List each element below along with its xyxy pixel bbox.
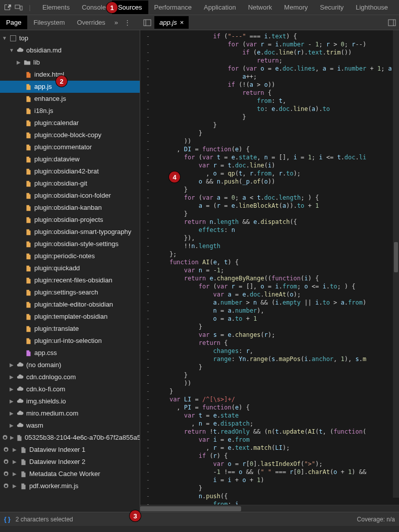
bottom-scrollbar[interactable] bbox=[0, 526, 399, 532]
chevron-right-icon: ▶ bbox=[9, 372, 14, 382]
domain-item[interactable]: ▶miro.medium.com bbox=[0, 407, 140, 420]
top-tab-network[interactable]: Network bbox=[242, 1, 278, 14]
scrollbar-thumb[interactable] bbox=[394, 242, 398, 272]
file-icon bbox=[24, 192, 32, 200]
gear-icon bbox=[2, 434, 8, 442]
worker-item[interactable]: ▶pdf.worker.min.js bbox=[0, 480, 140, 492]
more-tabs-icon[interactable]: » bbox=[111, 17, 121, 28]
tree-domain[interactable]: ▼ obsidian.md bbox=[0, 44, 140, 56]
file-item[interactable]: plugin:table-editor-obsidian bbox=[0, 299, 140, 311]
sub-tab-overrides[interactable]: Overrides bbox=[71, 16, 111, 29]
worker-item[interactable]: ▶Dataview Indexer 1 bbox=[0, 444, 140, 456]
file-label: plugin:recent-files-obsidian bbox=[34, 275, 112, 285]
file-icon bbox=[24, 131, 32, 139]
pretty-print-icon[interactable]: { } bbox=[4, 516, 11, 523]
file-item[interactable]: plugin:dataview bbox=[0, 153, 140, 165]
tree-folder[interactable]: ▶ lib bbox=[0, 56, 140, 69]
worker-item[interactable]: ▶05325b38-2104-4e6c-a70b-67f2a855a5 bbox=[0, 432, 140, 444]
divider: | bbox=[25, 3, 34, 12]
file-icon bbox=[24, 252, 32, 260]
file-label: plugin:code-block-copy bbox=[34, 130, 101, 140]
domain-item[interactable]: ▶(no domain) bbox=[0, 359, 140, 371]
file-icon bbox=[24, 301, 32, 309]
top-tab-elements[interactable]: Elements bbox=[36, 1, 76, 14]
chevron-right-icon: ▶ bbox=[9, 384, 14, 394]
cloud-icon bbox=[16, 373, 24, 381]
file-label: plugin:periodic-notes bbox=[34, 251, 95, 261]
file-item[interactable]: plugin:settings-search bbox=[0, 286, 140, 299]
worker-item[interactable]: ▶Dataview Indexer 2 bbox=[0, 456, 140, 468]
horizontal-scrollbar[interactable] bbox=[140, 505, 399, 512]
file-item[interactable]: plugin:quickadd bbox=[0, 262, 140, 274]
debugger-toggle-icon[interactable] bbox=[385, 17, 399, 29]
domain-item[interactable]: ▶cdn.cdnlogo.com bbox=[0, 371, 140, 383]
file-label: plugin:settings-search bbox=[34, 287, 98, 298]
inspect-element-icon[interactable] bbox=[3, 3, 12, 12]
domain-item[interactable]: ▶cdn.ko-fi.com bbox=[0, 383, 140, 395]
top-tab-lighthouse[interactable]: Lighthouse bbox=[350, 1, 394, 14]
file-item[interactable]: app.js bbox=[0, 81, 140, 93]
close-tab-icon[interactable]: × bbox=[180, 19, 184, 26]
domain-item[interactable]: ▶img.shields.io bbox=[0, 395, 140, 407]
file-item[interactable]: index.html bbox=[0, 69, 140, 81]
file-item[interactable]: plugin:obsidian-icon-folder bbox=[0, 190, 140, 202]
file-label: plugin:url-into-selection bbox=[34, 336, 102, 346]
device-toolbar-icon[interactable] bbox=[14, 3, 23, 12]
sources-sub-toolbar: PageFilesystemOverrides » ⋮ app.js × bbox=[0, 15, 399, 30]
annotation-marker-2: 2 bbox=[56, 76, 67, 87]
top-tab-security[interactable]: Security bbox=[314, 1, 350, 14]
file-item[interactable]: enhance.js bbox=[0, 93, 140, 105]
sub-tab-page[interactable]: Page bbox=[0, 16, 27, 29]
top-tab-memory[interactable]: Memory bbox=[278, 1, 314, 14]
top-tab-performance[interactable]: Performance bbox=[148, 1, 198, 14]
file-icon bbox=[24, 143, 32, 151]
file-item[interactable]: plugin:obsidian-kanban bbox=[0, 202, 140, 214]
cloud-icon bbox=[16, 385, 24, 393]
file-icon bbox=[24, 228, 32, 236]
worker-item[interactable]: ▶Metadata Cache Worker bbox=[0, 468, 140, 480]
top-tab-application[interactable]: Application bbox=[198, 1, 242, 14]
file-label: plugin:table-editor-obsidian bbox=[34, 300, 113, 310]
sub-tab-filesystem[interactable]: Filesystem bbox=[27, 16, 71, 29]
svg-rect-2 bbox=[144, 20, 151, 26]
annotation-marker-1: 1 bbox=[106, 2, 118, 13]
file-item[interactable]: plugin:url-into-selection bbox=[0, 335, 140, 347]
svg-rect-0 bbox=[15, 5, 20, 9]
file-navigator[interactable]: ▼ top ▼ obsidian.md ▶ lib index.htmlapp.… bbox=[0, 30, 140, 512]
file-item[interactable]: plugin:calendar bbox=[0, 117, 140, 129]
svg-rect-4 bbox=[388, 20, 395, 26]
file-item[interactable]: app.css bbox=[0, 347, 140, 359]
kebab-menu-icon[interactable]: ⋮ bbox=[121, 17, 134, 28]
file-icon bbox=[24, 204, 32, 212]
gear-icon bbox=[2, 470, 10, 478]
scrollbar-thumb[interactable] bbox=[140, 506, 241, 511]
file-item[interactable]: plugin:translate bbox=[0, 323, 140, 335]
open-file-tab[interactable]: app.js × bbox=[154, 16, 189, 29]
file-item[interactable]: plugin:obsidian-style-settings bbox=[0, 238, 140, 250]
file-label: plugin:quickadd bbox=[34, 263, 80, 273]
file-item[interactable]: i18n.js bbox=[0, 105, 140, 117]
worker-label: 05325b38-2104-4e6c-a70b-67f2a855a5 bbox=[25, 433, 140, 443]
file-item[interactable]: plugin:templater-obsidian bbox=[0, 311, 140, 323]
file-item[interactable]: plugin:obsidian-smart-typography bbox=[0, 226, 140, 238]
worker-label: pdf.worker.min.js bbox=[29, 481, 79, 491]
code-content[interactable]: if ("---" === i.text) { for (var r = i.n… bbox=[153, 30, 399, 505]
file-label: plugin:obsidian42-brat bbox=[34, 166, 99, 176]
navigator-toggle-icon[interactable] bbox=[140, 17, 154, 29]
file-item[interactable]: plugin:obsidian42-brat bbox=[0, 165, 140, 178]
cloud-icon bbox=[16, 46, 24, 54]
domain-item[interactable]: ▶wasm bbox=[0, 420, 140, 432]
file-item[interactable]: plugin:recent-files-obsidian bbox=[0, 274, 140, 286]
file-item[interactable]: plugin:obsidian-git bbox=[0, 178, 140, 190]
file-item[interactable]: plugin:periodic-notes bbox=[0, 250, 140, 262]
file-item[interactable]: plugin:code-block-copy bbox=[0, 129, 140, 141]
code-editor: ----------------------------------------… bbox=[140, 30, 399, 512]
vertical-scrollbar[interactable] bbox=[393, 30, 399, 498]
file-icon bbox=[24, 264, 32, 272]
file-icon bbox=[24, 71, 32, 79]
tree-top[interactable]: ▼ top bbox=[0, 32, 140, 44]
domain-label: (no domain) bbox=[26, 360, 61, 370]
file-item[interactable]: plugin:obsidian-projects bbox=[0, 214, 140, 226]
code-area[interactable]: ----------------------------------------… bbox=[140, 30, 399, 505]
file-item[interactable]: plugin:commentator bbox=[0, 141, 140, 153]
